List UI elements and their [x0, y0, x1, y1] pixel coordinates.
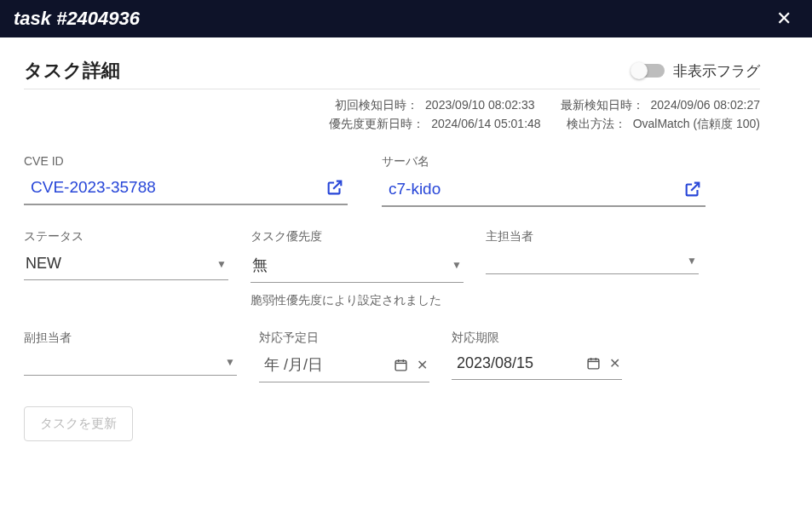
- page-title: タスク詳細: [24, 58, 120, 83]
- priority-label: タスク優先度: [251, 229, 464, 244]
- cve-field: CVE ID CVE-2023-35788: [24, 154, 348, 207]
- calendar-icon[interactable]: [394, 358, 408, 372]
- first-detect-label: 初回検知日時：: [335, 98, 418, 113]
- title-bar: task #2404936 ✕: [0, 0, 812, 37]
- update-task-button[interactable]: タスクを更新: [24, 406, 133, 441]
- owner-field: 主担当者 ▼: [486, 229, 699, 308]
- chevron-down-icon: ▼: [452, 259, 462, 271]
- dialog-title: task #2404936: [14, 8, 140, 30]
- row-selects: ステータス NEW ▼ タスク優先度 無 ▼ 脆弱性優先度により設定されました …: [24, 229, 760, 308]
- svg-rect-1: [588, 359, 599, 369]
- clear-icon[interactable]: ✕: [417, 357, 428, 373]
- deadline-field: 対応期限 2023/08/15 ✕: [452, 331, 622, 382]
- chevron-down-icon: ▼: [225, 356, 235, 368]
- server-label: サーバ名: [382, 154, 705, 170]
- owner-label: 主担当者: [486, 229, 699, 244]
- cve-link-field[interactable]: CVE-2023-35788: [24, 173, 348, 205]
- priority-helper: 脆弱性優先度により設定されました: [251, 293, 464, 308]
- owner-select[interactable]: ▼: [486, 250, 699, 274]
- first-detect-value: 2023/09/10 08:02:33: [425, 98, 534, 113]
- planned-date-input[interactable]: 年 /月/日 ✕: [259, 351, 429, 382]
- open-external-icon[interactable]: [325, 178, 344, 197]
- last-detect-label: 最新検知日時：: [561, 98, 644, 113]
- status-label: ステータス: [24, 229, 228, 244]
- prio-update-label: 優先度更新日時：: [329, 117, 424, 132]
- subowner-select[interactable]: ▼: [24, 351, 237, 376]
- calendar-icon[interactable]: [586, 356, 601, 371]
- priority-select[interactable]: 無 ▼: [251, 250, 464, 283]
- planned-date-value: 年 /月/日: [264, 354, 385, 375]
- status-value: NEW: [26, 255, 61, 273]
- chevron-down-icon: ▼: [687, 255, 697, 267]
- clear-icon[interactable]: ✕: [609, 355, 620, 371]
- subowner-label: 副担当者: [24, 331, 237, 346]
- server-field: サーバ名 c7-kido: [382, 154, 705, 207]
- server-link-field[interactable]: c7-kido: [382, 175, 705, 207]
- server-link-text[interactable]: c7-kido: [389, 180, 441, 198]
- content: タスク詳細 非表示フラグ 初回検知日時：2023/09/10 08:02:33 …: [0, 37, 784, 458]
- row-links: CVE ID CVE-2023-35788 サーバ名 c7-kido: [24, 154, 760, 207]
- meta-row-1: 初回検知日時：2023/09/10 08:02:33 最新検知日時：2024/0…: [335, 98, 760, 113]
- open-external-icon[interactable]: [683, 180, 702, 198]
- hidden-flag-toggle[interactable]: [632, 64, 665, 78]
- hidden-flag-toggle-wrap: 非表示フラグ: [632, 61, 760, 81]
- deadline-input[interactable]: 2023/08/15 ✕: [452, 351, 622, 380]
- planned-date-field: 対応予定日 年 /月/日 ✕: [259, 331, 429, 382]
- method-value: OvalMatch (信頼度 100): [633, 117, 760, 132]
- planned-date-label: 対応予定日: [259, 331, 429, 346]
- scroll-area[interactable]: タスク詳細 非表示フラグ 初回検知日時：2023/09/10 08:02:33 …: [0, 37, 812, 506]
- method-label: 検出方法：: [567, 117, 626, 132]
- svg-rect-0: [395, 360, 406, 370]
- status-select[interactable]: NEW ▼: [24, 250, 228, 280]
- hidden-flag-label: 非表示フラグ: [673, 61, 760, 81]
- priority-value: 無: [252, 255, 268, 275]
- close-icon[interactable]: ✕: [769, 4, 798, 33]
- last-detect-value: 2024/09/06 08:02:27: [651, 98, 760, 113]
- status-field: ステータス NEW ▼: [24, 229, 228, 308]
- subowner-field: 副担当者 ▼: [24, 331, 237, 382]
- chevron-down-icon: ▼: [216, 258, 227, 270]
- deadline-value: 2023/08/15: [457, 354, 578, 372]
- header-row: タスク詳細 非表示フラグ: [24, 58, 760, 89]
- cve-link-text[interactable]: CVE-2023-35788: [31, 178, 156, 197]
- prio-update-value: 2024/06/14 05:01:48: [431, 117, 540, 132]
- meta-block: 初回検知日時：2023/09/10 08:02:33 最新検知日時：2024/0…: [24, 89, 760, 132]
- deadline-label: 対応期限: [452, 331, 622, 346]
- meta-row-2: 優先度更新日時：2024/06/14 05:01:48 検出方法：OvalMat…: [329, 117, 760, 132]
- row-sub-dates: 副担当者 ▼ 対応予定日 年 /月/日 ✕ 対応期限: [24, 331, 760, 382]
- cve-label: CVE ID: [24, 154, 348, 168]
- priority-field: タスク優先度 無 ▼ 脆弱性優先度により設定されました: [251, 229, 464, 308]
